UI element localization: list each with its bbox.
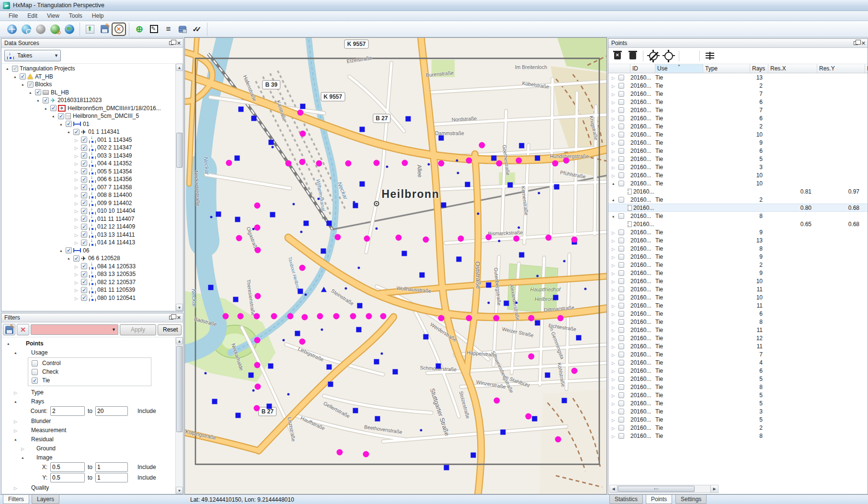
menu-view[interactable]: View	[42, 11, 64, 20]
tie-point-marker[interactable]	[334, 234, 341, 241]
row-checkbox[interactable]	[618, 392, 624, 398]
point-row[interactable]: 20160...Tie10	[608, 179, 868, 187]
tree-checkbox[interactable]	[81, 152, 87, 159]
tree-checkbox[interactable]	[81, 216, 87, 222]
tree-checkbox[interactable]	[35, 89, 41, 95]
point-row[interactable]: 20160...Tie2	[608, 81, 868, 90]
menu-file[interactable]: File	[4, 11, 23, 20]
scroll-down-icon[interactable]: ▼	[176, 487, 183, 494]
tie-point-marker[interactable]	[485, 234, 491, 241]
point-row[interactable]: 20160...Tie3	[608, 407, 868, 415]
point-marker[interactable]	[498, 240, 501, 242]
filter-group-image[interactable]: Image	[1, 453, 183, 462]
row-checkbox[interactable]	[618, 335, 624, 341]
point-marker[interactable]	[515, 302, 517, 304]
tree-checkbox[interactable]	[81, 200, 87, 206]
expand-icon[interactable]	[73, 144, 80, 151]
expand-icon[interactable]	[610, 343, 617, 350]
point-row[interactable]: 20160...Tie11	[608, 326, 868, 334]
expand-icon[interactable]	[73, 176, 80, 183]
collapse-icon[interactable]	[27, 89, 34, 96]
row-checkbox[interactable]	[618, 401, 624, 406]
vertical-scrollbar[interactable]: ▲▼	[175, 337, 183, 494]
point-row[interactable]: 20160...Tie13	[608, 73, 868, 81]
tie-point-marker[interactable]	[350, 313, 356, 319]
expand-icon[interactable]	[73, 295, 80, 301]
vertical-scrollbar[interactable]: ▲▼	[175, 64, 183, 311]
expand-icon[interactable]	[610, 107, 617, 114]
tie-point-marker[interactable]	[402, 160, 408, 166]
range-to-input[interactable]	[95, 473, 128, 482]
tree-item[interactable]: Blocks	[1, 80, 183, 89]
expand-icon[interactable]	[610, 139, 617, 146]
collapse-icon[interactable]	[4, 65, 11, 72]
scrollbar-thumb[interactable]	[176, 346, 183, 432]
row-checkbox[interactable]	[618, 433, 624, 439]
row-checkbox[interactable]	[618, 327, 624, 333]
image-center-marker[interactable]	[270, 212, 275, 218]
column-header-R[interactable]: R	[865, 64, 868, 73]
image-center-marker[interactable]	[212, 399, 217, 404]
tie-point-marker[interactable]	[513, 235, 519, 241]
point-marker[interactable]	[584, 287, 587, 290]
point-row[interactable]: 20160...Tie8	[608, 212, 868, 220]
expand-icon[interactable]	[610, 270, 617, 276]
point-row[interactable]: 20160...Tie6	[608, 309, 868, 318]
globe-search-button[interactable]	[19, 23, 34, 36]
row-checkbox[interactable]	[618, 278, 624, 284]
point-row[interactable]: 20160...Tie7	[608, 106, 868, 114]
collapse-icon[interactable]	[66, 128, 72, 135]
lock-open-button[interactable]	[682, 49, 697, 63]
expand-icon[interactable]	[610, 229, 617, 236]
column-header-Rays[interactable]: Rays	[750, 64, 768, 73]
tree-checkbox[interactable]	[66, 247, 72, 253]
expand-icon[interactable]	[73, 216, 80, 222]
row-checkbox[interactable]	[618, 107, 624, 113]
tie-point-marker[interactable]	[255, 384, 261, 390]
expand-icon[interactable]	[610, 319, 617, 325]
menu-help[interactable]: Help	[87, 11, 109, 20]
scroll-left-icon[interactable]: ◀	[610, 485, 617, 493]
tie-point-marker[interactable]	[563, 158, 570, 164]
save-filter-button[interactable]	[3, 324, 15, 335]
point-row[interactable]: 20160...Tie6	[608, 98, 868, 106]
image-center-marker[interactable]	[268, 364, 273, 369]
image-center-marker[interactable]	[562, 398, 567, 403]
tie-point-marker[interactable]	[301, 314, 308, 320]
tab-statistics[interactable]: Statistics	[609, 495, 643, 504]
row-checkbox[interactable]	[618, 197, 624, 203]
point-marker[interactable]	[487, 302, 490, 304]
expand-icon[interactable]	[12, 427, 19, 434]
tie-point-marker[interactable]	[528, 315, 535, 321]
image-center-marker[interactable]	[235, 217, 240, 222]
tie-point-marker[interactable]	[317, 313, 323, 319]
tie-point-marker[interactable]	[373, 160, 379, 166]
save-button[interactable]	[97, 23, 112, 36]
row-checkbox[interactable]	[618, 238, 624, 243]
collapse-icon[interactable]	[12, 73, 18, 80]
close-panel-icon[interactable]: ✕	[177, 315, 181, 320]
row-checkbox[interactable]	[618, 229, 624, 235]
point-row[interactable]: 20160...Tie10	[608, 277, 868, 285]
tree-checkbox[interactable]	[73, 129, 80, 135]
point-marker[interactable]	[293, 203, 295, 205]
row-checkbox[interactable]	[618, 99, 624, 105]
expand-icon[interactable]	[20, 445, 26, 452]
image-center-marker[interactable]	[235, 413, 240, 418]
filter-group-points[interactable]: Points	[1, 339, 183, 348]
point-row[interactable]: 20160...Tie6	[608, 114, 868, 122]
image-center-marker[interactable]	[235, 156, 240, 161]
point-marker[interactable]	[477, 213, 480, 215]
image-center-marker[interactable]	[304, 220, 309, 226]
image-center-marker[interactable]	[457, 256, 462, 262]
expand-icon[interactable]	[73, 200, 80, 206]
tie-point-marker[interactable]	[299, 159, 305, 165]
row-checkbox[interactable]	[618, 164, 624, 170]
expand-icon[interactable]	[73, 271, 80, 277]
tie-point-marker[interactable]	[552, 160, 558, 166]
point-row[interactable]: 20160...Tie2	[608, 261, 868, 269]
expand-icon[interactable]	[73, 239, 80, 246]
expand-icon[interactable]	[73, 192, 80, 198]
image-center-marker[interactable]	[249, 372, 254, 378]
tree-checkbox[interactable]	[50, 105, 57, 111]
